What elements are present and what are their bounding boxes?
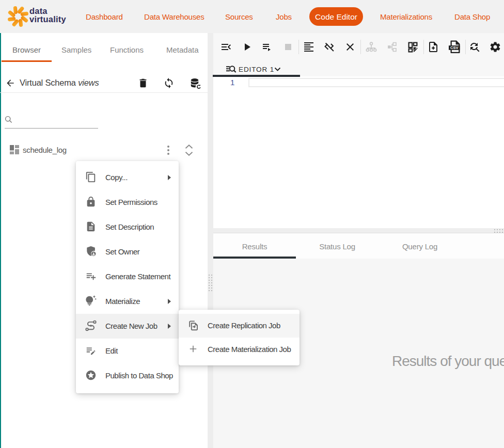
svg-text:CSV: CSV: [450, 45, 458, 50]
